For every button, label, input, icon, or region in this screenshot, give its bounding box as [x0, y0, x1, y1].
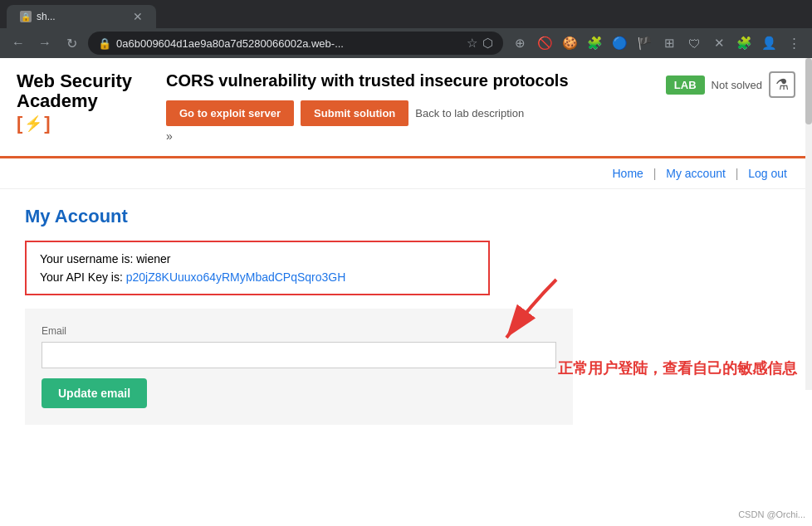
tab-title: sh... — [37, 11, 128, 22]
puzzle-icon[interactable]: 🧩 — [585, 33, 604, 53]
logo-lightning-icon: ⚡ — [24, 114, 42, 133]
vpn-icon[interactable]: 🔵 — [609, 33, 629, 53]
blocked-icon[interactable]: 🚫 — [535, 33, 555, 53]
api-key-line: Your API Key is: p20jZ8KUuuxo64yRMyMbadC… — [40, 270, 475, 284]
extensions-icon[interactable]: ⊕ — [510, 33, 530, 53]
active-tab[interactable]: 🔒 sh... ✕ — [7, 5, 156, 28]
x-icon[interactable]: ✕ — [709, 33, 729, 53]
api-key-value: p20jZ8KUuuxo64yRMyMbadCPqSqro3GH — [126, 270, 346, 284]
nav-sep2: | — [736, 167, 739, 180]
browser-bar: ← → ↻ 🔒 0a6b009604d1ae9a80a7d5280066002a… — [0, 28, 812, 58]
lab-status-text: Not solved — [712, 79, 762, 91]
logo-text: Web Security Academy — [17, 71, 149, 111]
logo-bracket-right: ] — [44, 113, 50, 134]
cast-icon[interactable]: ⬡ — [482, 36, 493, 51]
main-content: My Account Your username is: wiener Your… — [0, 189, 598, 441]
address-bar[interactable]: 🔒 0a6b009604d1ae9a80a7d5280066002a.web-.… — [88, 32, 503, 55]
more-link[interactable]: » — [166, 129, 173, 143]
logo-badge: [ ⚡ ] — [17, 113, 149, 134]
back-button[interactable]: ← — [8, 33, 28, 53]
submit-solution-button[interactable]: Submit solution — [301, 100, 408, 126]
user-info-box: Your username is: wiener Your API Key is… — [25, 241, 490, 295]
grid-icon[interactable]: ⊞ — [659, 33, 679, 53]
lock-icon: 🔒 — [98, 37, 111, 50]
logo-line2: Academy — [17, 91, 149, 111]
flask-symbol: ⚗ — [775, 75, 789, 94]
annotation-text: 正常用户登陆，查看自己的敏感信息 — [558, 358, 797, 378]
nav-sep1: | — [653, 167, 657, 180]
lab-title: CORS vulnerability with trusted insecure… — [166, 71, 629, 90]
username-line: Your username is: wiener — [40, 252, 475, 265]
watermark: CSDN @Orchi... — [738, 509, 805, 519]
home-link[interactable]: Home — [612, 167, 643, 180]
profile-icon[interactable]: 👤 — [759, 33, 779, 53]
lab-header: Web Security Academy [ ⚡ ] CORS vulnerab… — [0, 58, 812, 158]
tab-strip: 🔒 sh... ✕ — [0, 0, 812, 28]
log-out-link[interactable]: Log out — [748, 167, 787, 180]
update-email-button[interactable]: Update email — [42, 378, 147, 408]
nav-bar: Home | My account | Log out — [0, 158, 812, 189]
email-label: Email — [42, 325, 556, 337]
tab-close-icon[interactable]: ✕ — [133, 10, 143, 23]
lab-buttons: Go to exploit server Submit solution Bac… — [166, 100, 629, 126]
api-key-prefix: Your API Key is: — [40, 270, 126, 284]
email-input[interactable] — [42, 342, 556, 368]
refresh-button[interactable]: ↻ — [61, 33, 81, 53]
flag-icon[interactable]: 🏴 — [634, 33, 654, 53]
page-content: Web Security Academy [ ⚡ ] CORS vulnerab… — [0, 58, 812, 523]
menu-icon[interactable]: ⋮ — [784, 33, 804, 53]
logo-bracket-left: [ — [17, 113, 22, 134]
shield-icon[interactable]: 🛡 — [684, 33, 704, 53]
scrollbar[interactable] — [805, 58, 812, 390]
form-section: Email Update email — [25, 309, 573, 425]
forward-button[interactable]: → — [35, 33, 55, 53]
star-icon[interactable]: ☆ — [467, 36, 477, 51]
my-account-link[interactable]: My account — [666, 167, 726, 180]
exploit-server-button[interactable]: Go to exploit server — [166, 100, 294, 126]
puzzle2-icon[interactable]: 🧩 — [734, 33, 754, 53]
address-text: 0a6b009604d1ae9a80a7d5280066002a.web-... — [116, 37, 462, 50]
page-heading: My Account — [25, 206, 573, 227]
logo-area: Web Security Academy [ ⚡ ] — [17, 71, 149, 134]
scroll-thumb[interactable] — [805, 58, 812, 124]
lab-flask-icon[interactable]: ⚗ — [769, 71, 795, 98]
lab-badge: LAB — [666, 75, 705, 95]
logo-line1: Web Security — [17, 71, 149, 91]
browser-actions: ⊕ 🚫 🍪 🧩 🔵 🏴 ⊞ 🛡 ✕ 🧩 👤 ⋮ — [510, 33, 804, 53]
tab-favicon: 🔒 — [20, 11, 32, 22]
lab-status: LAB Not solved ⚗ — [646, 71, 795, 98]
lab-info: CORS vulnerability with trusted insecure… — [166, 71, 629, 143]
back-to-lab-link[interactable]: Back to lab description — [415, 107, 524, 119]
cookie-icon[interactable]: 🍪 — [560, 33, 580, 53]
annotation-area: Email Update email 正常用户登陆，查看自己的敏感信息 — [25, 309, 573, 425]
